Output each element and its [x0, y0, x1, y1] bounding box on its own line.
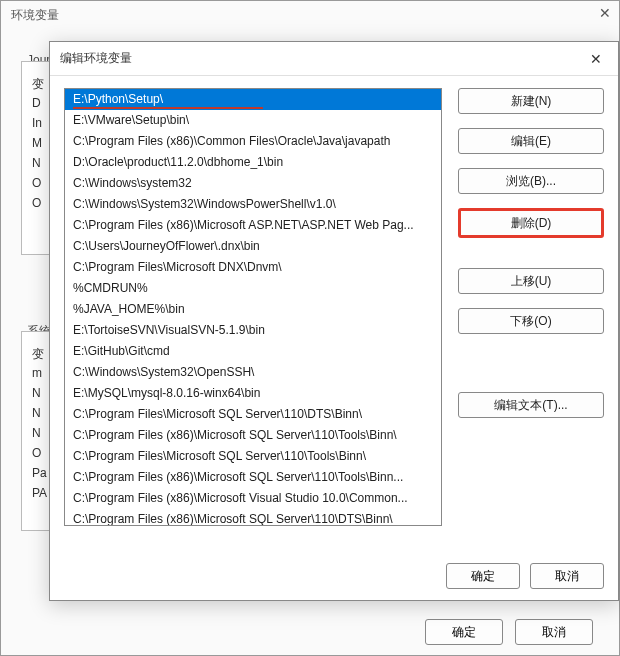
list-item[interactable]: E:\Python\Setup\	[65, 89, 441, 110]
list-item[interactable]: C:\Program Files (x86)\Microsoft SQL Ser…	[65, 509, 441, 526]
path-listbox[interactable]: E:\Python\Setup\ E:\VMware\Setup\bin\ C:…	[64, 88, 442, 526]
move-up-button[interactable]: 上移(U)	[458, 268, 604, 294]
action-buttons: 新建(N) 编辑(E) 浏览(B)... 删除(D) 上移(U) 下移(O) 编…	[442, 88, 604, 544]
browse-button[interactable]: 浏览(B)...	[458, 168, 604, 194]
inner-title: 编辑环境变量	[60, 50, 132, 67]
list-item[interactable]: D:\Oracle\product\11.2.0\dbhome_1\bin	[65, 152, 441, 173]
outer-ok-button[interactable]: 确定	[425, 619, 503, 645]
edit-env-var-dialog: 编辑环境变量 ✕ E:\Python\Setup\ E:\VMware\Setu…	[49, 41, 619, 601]
list-item[interactable]: C:\Program Files (x86)\Common Files\Orac…	[65, 131, 441, 152]
cancel-button[interactable]: 取消	[530, 563, 604, 589]
delete-button[interactable]: 删除(D)	[458, 208, 604, 238]
list-item[interactable]: C:\Program Files (x86)\Microsoft Visual …	[65, 488, 441, 509]
list-item[interactable]: C:\Program Files\Microsoft SQL Server\11…	[65, 404, 441, 425]
edit-text-button[interactable]: 编辑文本(T)...	[458, 392, 604, 418]
list-item[interactable]: E:\VMware\Setup\bin\	[65, 110, 441, 131]
list-item[interactable]: C:\Program Files (x86)\Microsoft SQL Ser…	[65, 467, 441, 488]
list-item[interactable]: E:\MySQL\mysql-8.0.16-winx64\bin	[65, 383, 441, 404]
list-item[interactable]: C:\Windows\system32	[65, 173, 441, 194]
close-icon[interactable]: ✕	[584, 47, 608, 71]
list-item[interactable]: C:\Program Files\Microsoft SQL Server\11…	[65, 446, 441, 467]
ok-button[interactable]: 确定	[446, 563, 520, 589]
list-item[interactable]: C:\Program Files\Microsoft DNX\Dnvm\	[65, 257, 441, 278]
list-item[interactable]: C:\Users\JourneyOfFlower\.dnx\bin	[65, 236, 441, 257]
list-item[interactable]: E:\GitHub\Git\cmd	[65, 341, 441, 362]
outer-footer: 确定 取消	[425, 619, 593, 645]
list-item[interactable]: C:\Program Files (x86)\Microsoft ASP.NET…	[65, 215, 441, 236]
edit-button[interactable]: 编辑(E)	[458, 128, 604, 154]
list-item[interactable]: %CMDRUN%	[65, 278, 441, 299]
inner-body: E:\Python\Setup\ E:\VMware\Setup\bin\ C:…	[50, 76, 618, 552]
env-var-dialog: 环境变量 ✕ Jour 变 D In M N O O D) 系统 变 m N N…	[0, 0, 620, 656]
list-item[interactable]: C:\Windows\System32\OpenSSH\	[65, 362, 441, 383]
close-icon[interactable]: ✕	[599, 5, 611, 21]
new-button[interactable]: 新建(N)	[458, 88, 604, 114]
list-item[interactable]: %JAVA_HOME%\bin	[65, 299, 441, 320]
inner-footer: 确定 取消	[50, 552, 618, 600]
outer-title: 环境变量	[1, 1, 619, 30]
list-item[interactable]: E:\TortoiseSVN\VisualSVN-5.1.9\bin	[65, 320, 441, 341]
outer-cancel-button[interactable]: 取消	[515, 619, 593, 645]
list-item[interactable]: C:\Program Files (x86)\Microsoft SQL Ser…	[65, 425, 441, 446]
move-down-button[interactable]: 下移(O)	[458, 308, 604, 334]
list-item[interactable]: C:\Windows\System32\WindowsPowerShell\v1…	[65, 194, 441, 215]
inner-titlebar: 编辑环境变量 ✕	[50, 42, 618, 76]
